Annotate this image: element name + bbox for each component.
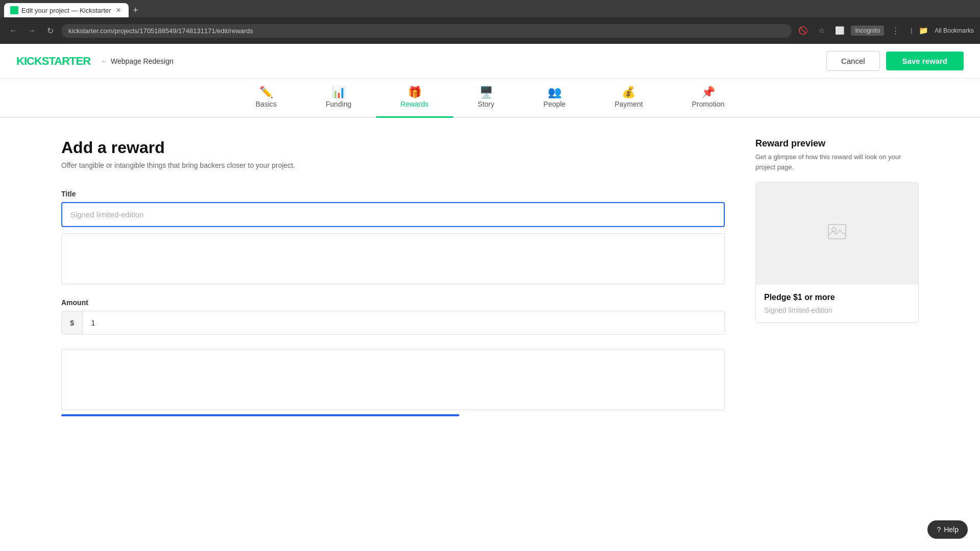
tab-story-label: Story [478, 100, 495, 108]
preview-image-icon [828, 224, 846, 243]
main-content: Add a reward Offer tangible or intangibl… [0, 118, 980, 437]
tab-basics[interactable]: ✏️ Basics [231, 79, 301, 118]
incognito-badge: Incognito [851, 26, 884, 36]
amount-label: Amount [61, 298, 725, 307]
story-icon: 🖥️ [479, 87, 493, 98]
preview-title: Reward preview [755, 138, 919, 149]
tab-bar: Edit your project — Kickstarter ✕ + [0, 0, 980, 17]
tab-story[interactable]: 🖥️ Story [453, 79, 519, 118]
header-left: KICKSTARTER ← Webpage Redesign [16, 55, 174, 68]
preview-card: Pledge $1 or more Signed limited-edition [755, 182, 919, 323]
browser-tab[interactable]: Edit your project — Kickstarter ✕ [4, 3, 129, 17]
tab-people-label: People [544, 100, 566, 108]
reload-button[interactable]: ↻ [43, 23, 57, 38]
people-icon: 👥 [548, 87, 561, 98]
tab-funding[interactable]: 📊 Funding [301, 79, 376, 118]
kickstarter-logo[interactable]: KICKSTARTER [16, 55, 90, 68]
title-label: Title [61, 190, 725, 198]
tab-funding-label: Funding [326, 100, 352, 108]
url-text: kickstarter.com/projects/1705188549/1748… [68, 27, 253, 35]
page-subtitle: Offer tangible or intangible things that… [61, 161, 725, 169]
tab-people[interactable]: 👥 People [519, 79, 591, 118]
amount-prefix: $ [62, 311, 83, 334]
tab-payment-label: Payment [615, 100, 643, 108]
address-bar[interactable]: kickstarter.com/projects/1705188549/1748… [61, 24, 792, 38]
funding-icon: 📊 [332, 87, 346, 98]
bookmarks-icon: 📁 [916, 23, 930, 38]
camera-off-icon: 🚫 [796, 23, 810, 38]
nav-tabs: ✏️ Basics 📊 Funding 🎁 Rewards 🖥️ Story 👥… [0, 79, 980, 118]
tab-favicon [10, 6, 18, 14]
tab-rewards-label: Rewards [401, 100, 429, 108]
page-title: Add a reward [61, 138, 725, 157]
app-header: KICKSTARTER ← Webpage Redesign Cancel Sa… [0, 44, 980, 79]
display-icon[interactable]: ⬜ [832, 23, 847, 38]
preview-section: Reward preview Get a glimpse of how this… [755, 138, 919, 416]
tab-payment[interactable]: 💰 Payment [590, 79, 667, 118]
rewards-icon: 🎁 [408, 87, 422, 98]
tab-promotion[interactable]: 📌 Promotion [667, 79, 749, 118]
forward-button[interactable]: → [24, 23, 39, 38]
preview-reward-title: Signed limited-edition [764, 306, 910, 314]
title-input[interactable] [61, 202, 725, 227]
save-reward-button[interactable]: Save reward [886, 52, 964, 70]
breadcrumb-arrow: ← [101, 57, 108, 65]
project-name[interactable]: Webpage Redesign [111, 57, 174, 65]
back-button[interactable]: ← [6, 23, 20, 38]
preview-card-body: Pledge $1 or more Signed limited-edition [756, 285, 918, 322]
amount-input[interactable] [83, 311, 724, 334]
amount-wrapper: $ [61, 311, 725, 335]
cancel-button[interactable]: Cancel [826, 51, 880, 71]
address-bar-row: ← → ↻ kickstarter.com/projects/170518854… [0, 17, 980, 44]
basics-icon: ✏️ [259, 87, 273, 98]
menu-button[interactable]: ⋮ [888, 23, 902, 38]
payment-icon: 💰 [622, 87, 635, 98]
bookmarks-label: All Bookmarks [935, 27, 974, 34]
form-section: Add a reward Offer tangible or intangibl… [61, 138, 725, 416]
bottom-hint [61, 349, 725, 416]
preview-subtitle: Get a glimpse of how this reward will lo… [755, 152, 919, 172]
breadcrumb: ← Webpage Redesign [101, 57, 174, 65]
tab-basics-label: Basics [256, 100, 277, 108]
tab-close-button[interactable]: ✕ [114, 6, 122, 14]
tab-title: Edit your project — Kickstarter [21, 7, 111, 14]
tab-rewards[interactable]: 🎁 Rewards [376, 79, 453, 118]
preview-pledge-text: Pledge $1 or more [764, 293, 910, 302]
description-area[interactable] [61, 233, 725, 284]
new-tab-button[interactable]: + [129, 3, 143, 17]
browser-chrome: Edit your project — Kickstarter ✕ + ← → … [0, 0, 980, 44]
header-actions: Cancel Save reward [826, 51, 964, 71]
progress-bar [61, 414, 459, 416]
svg-rect-0 [828, 224, 846, 239]
promotion-icon: 📌 [701, 87, 715, 98]
tab-promotion-label: Promotion [692, 100, 724, 108]
preview-image-area [756, 183, 918, 285]
title-field-group: Title [61, 190, 725, 227]
amount-field-group: Amount $ [61, 298, 725, 335]
app-container: KICKSTARTER ← Webpage Redesign Cancel Sa… [0, 44, 980, 503]
bookmark-icon[interactable]: ☆ [814, 23, 828, 38]
extra-field-placeholder [61, 349, 725, 410]
